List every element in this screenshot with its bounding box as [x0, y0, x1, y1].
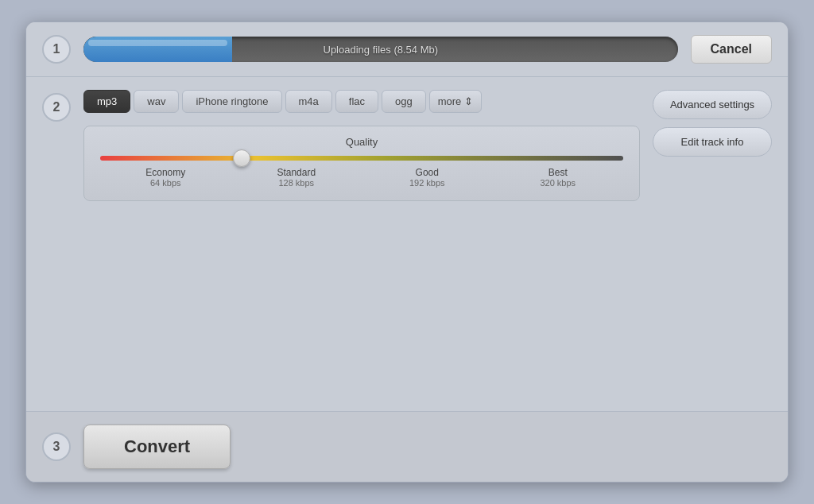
- quality-slider-track: [100, 156, 623, 161]
- convert-button[interactable]: Convert: [83, 425, 231, 469]
- tab-mp3[interactable]: mp3: [83, 90, 130, 113]
- section-1-upload: 1 Uploading files (8.54 Mb) Cancel: [26, 22, 788, 77]
- quality-label-economy: Economy 64 kbps: [100, 167, 231, 188]
- quality-title: Quality: [100, 136, 623, 148]
- app-window: 1 Uploading files (8.54 Mb) Cancel 2 mp3…: [25, 21, 789, 483]
- section-2-format: 2 mp3 wav iPhone ringtone m4a flac ogg m…: [26, 77, 788, 412]
- advanced-settings-button[interactable]: Advanced settings: [653, 90, 772, 119]
- format-quality-area: mp3 wav iPhone ringtone m4a flac ogg mor…: [83, 90, 640, 201]
- quality-label-best-name: Best: [493, 167, 624, 178]
- quality-label-good: Good 192 kbps: [362, 167, 493, 188]
- tab-iphone-ringtone[interactable]: iPhone ringtone: [182, 90, 281, 113]
- quality-label-economy-name: Economy: [100, 167, 231, 178]
- quality-label-best: Best 320 kbps: [493, 167, 624, 188]
- more-chevron-icon: ⇕: [464, 95, 473, 107]
- section-3-convert: 3 Convert: [26, 412, 788, 482]
- cancel-button[interactable]: Cancel: [691, 35, 772, 64]
- quality-slider-container: [100, 156, 623, 161]
- quality-panel: Quality Economy 64 kbps Standard: [83, 126, 640, 201]
- quality-label-good-name: Good: [362, 167, 493, 178]
- upload-bar-fill: [83, 37, 232, 62]
- quality-label-good-kbps: 192 kbps: [362, 178, 493, 188]
- tab-wav[interactable]: wav: [134, 90, 179, 113]
- quality-labels: Economy 64 kbps Standard 128 kbps Good 1…: [100, 167, 623, 188]
- tab-more[interactable]: more ⇕: [429, 90, 483, 113]
- tab-flac[interactable]: flac: [335, 90, 378, 113]
- quality-label-standard: Standard 128 kbps: [231, 167, 362, 188]
- step-3-circle: 3: [42, 432, 71, 461]
- tab-m4a[interactable]: m4a: [285, 90, 332, 113]
- step-2-circle: 2: [42, 93, 71, 122]
- edit-track-info-button[interactable]: Edit track info: [653, 127, 772, 157]
- quality-label-standard-name: Standard: [231, 167, 362, 178]
- side-buttons: Advanced settings Edit track info: [653, 90, 772, 157]
- tab-ogg[interactable]: ogg: [382, 90, 426, 113]
- more-label: more: [438, 95, 462, 107]
- quality-label-economy-kbps: 64 kbps: [100, 178, 231, 188]
- quality-label-best-kbps: 320 kbps: [493, 178, 624, 188]
- quality-label-standard-kbps: 128 kbps: [231, 178, 362, 188]
- upload-progress-bar: Uploading files (8.54 Mb): [83, 37, 678, 62]
- quality-slider-thumb[interactable]: [233, 149, 250, 167]
- format-tabs: mp3 wav iPhone ringtone m4a flac ogg mor…: [83, 90, 640, 113]
- step-1-circle: 1: [42, 35, 71, 64]
